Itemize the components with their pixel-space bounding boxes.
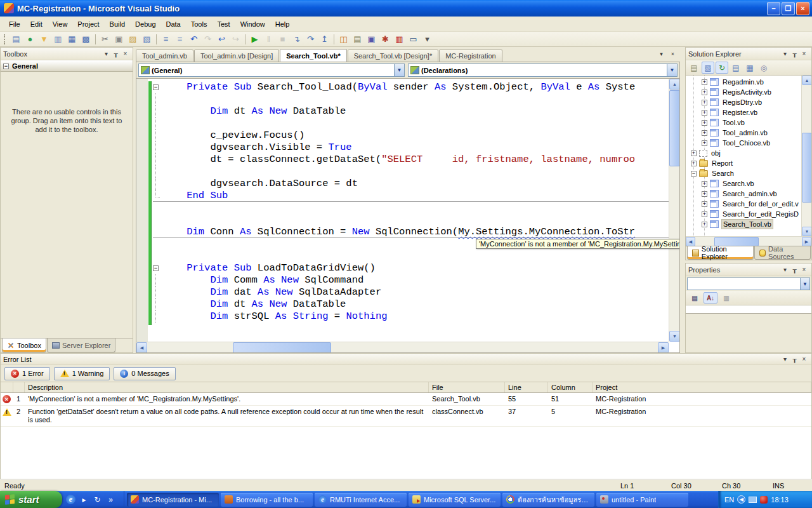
menu-help[interactable]: Help — [270, 18, 295, 30]
code-line[interactable]: Dim Comm As New SqlCommand — [153, 274, 669, 286]
properties-icon[interactable]: ▤ — [688, 62, 700, 74]
network-icon[interactable] — [749, 497, 757, 503]
properties-window-icon[interactable]: ▤ — [351, 33, 364, 46]
pin-icon[interactable]: ┰ — [790, 355, 799, 364]
tree-item-search-for-edit-regisd[interactable]: +Search_for_edit_RegisD — [686, 209, 801, 219]
save-icon[interactable]: ▦ — [65, 33, 79, 46]
view-designer-icon[interactable]: ▦ — [743, 62, 756, 74]
members-dropdown[interactable]: (Declarations) ▼ — [408, 64, 678, 77]
new-website-icon[interactable]: ● — [23, 33, 37, 46]
menu-test[interactable]: Test — [212, 18, 235, 30]
scroll-up-icon[interactable]: ▲ — [669, 79, 680, 90]
expander-icon[interactable]: − — [691, 171, 697, 177]
copy-icon[interactable]: ▣ — [112, 33, 126, 46]
column-header-File[interactable]: File — [429, 382, 505, 392]
tree-vertical-scrollbar[interactable]: ▲ ▼ — [801, 76, 811, 236]
navigate-forward-icon[interactable]: ↪ — [229, 33, 242, 46]
code-line[interactable]: dt = classConnect.getDataSet("SELECT id,… — [153, 154, 669, 166]
show-all-files-icon[interactable]: ▧ — [702, 62, 714, 74]
find-icon[interactable]: ▧ — [140, 33, 154, 46]
collapse-icon[interactable]: − — [3, 64, 9, 69]
expander-icon[interactable]: + — [702, 191, 707, 197]
tab-tool-admin-vb[interactable]: Tool_admin.vb — [136, 50, 193, 62]
code-line[interactable]: dgvsearch.DataSource = dt — [153, 178, 669, 190]
taskbar-button-sql[interactable]: Microsoft SQL Server... — [409, 493, 501, 507]
expander-icon[interactable]: + — [702, 79, 707, 85]
minimize-button[interactable]: – — [767, 2, 780, 15]
menu-file[interactable]: File — [4, 18, 25, 30]
close-icon[interactable]: × — [121, 50, 130, 58]
properties-grid[interactable] — [686, 305, 811, 313]
close-icon[interactable]: × — [799, 50, 809, 58]
pin-icon[interactable]: ┰ — [790, 265, 799, 274]
editor-vertical-scrollbar[interactable]: ▲ ▼ — [669, 79, 679, 342]
column-header-icon[interactable] — [13, 382, 25, 392]
toolbar-grip[interactable] — [4, 34, 6, 44]
internet-explorer-icon[interactable]: e — [66, 495, 75, 504]
step-into-icon[interactable]: ↴ — [290, 33, 303, 46]
refresh-icon[interactable]: ↻ — [716, 62, 728, 74]
expander-icon[interactable]: + — [691, 150, 697, 156]
antivirus-icon[interactable] — [760, 496, 768, 504]
column-header-Description[interactable]: Description — [25, 382, 429, 392]
tree-item-tool-admin-vb[interactable]: +Tool_admin.vb — [686, 128, 801, 138]
pin-icon[interactable]: ┰ — [111, 50, 121, 58]
code-editor[interactable]: − Private Sub Search_Tool_Load(ByVal sen… — [136, 79, 680, 353]
tree-horizontal-scrollbar[interactable]: ◀ ▶ — [686, 236, 811, 246]
close-icon[interactable]: × — [799, 355, 809, 364]
quick-launch-overflow-icon[interactable]: » — [106, 495, 115, 504]
code-line[interactable]: c_peview.Focus() — [153, 130, 669, 142]
column-header-Line[interactable]: Line — [505, 382, 548, 392]
scroll-left-icon[interactable]: ◀ — [136, 342, 147, 353]
error-row[interactable]: 2Function 'getDataSet' doesn't return a … — [1, 406, 811, 427]
expander-icon[interactable]: + — [702, 211, 707, 217]
scroll-left-icon[interactable]: ◀ — [686, 237, 695, 246]
expander-icon[interactable]: + — [702, 120, 707, 126]
tree-item-search-tool-vb[interactable]: +Search_Tool.vb — [686, 219, 801, 229]
window-position-icon[interactable]: ▾ — [780, 50, 790, 58]
tab-mc-registration[interactable]: MC-Registration — [439, 50, 502, 62]
expander-icon[interactable]: + — [702, 201, 707, 207]
tree-item-search[interactable]: −Search — [686, 168, 801, 178]
taskbar-button-chrome[interactable]: ต้องการค้นหาข้อมูลระ... — [502, 493, 594, 507]
tree-item-report[interactable]: +Report — [686, 158, 801, 168]
scrollbar-thumb[interactable] — [669, 90, 680, 166]
new-project-icon[interactable]: ▤ — [10, 33, 23, 46]
add-item-icon[interactable]: ▥ — [51, 33, 65, 46]
solution-tree[interactable]: +Regadmin.vb+RegisActivity.vb+RegisDtry.… — [686, 76, 811, 236]
view-code-icon[interactable]: ▤ — [730, 62, 742, 74]
code-line[interactable] — [153, 250, 669, 262]
start-button[interactable]: start — [0, 491, 62, 508]
taskbar-button-ie[interactable]: eRMUTi Internet Acce... — [315, 493, 407, 507]
save-all-icon[interactable]: ▩ — [79, 33, 93, 46]
toolbox-group-general[interactable]: − General — [1, 60, 133, 72]
tree-item-search-for-del-or-edit-v[interactable]: +Search_for del_or_edit.v — [686, 199, 801, 209]
chevron-down-icon[interactable]: ▼ — [394, 64, 404, 76]
chevron-down-icon[interactable]: ▼ — [800, 278, 809, 290]
filter-error-button[interactable]: ×1 Error — [4, 367, 50, 380]
open-file-icon[interactable]: ▼ — [37, 33, 51, 46]
cut-icon[interactable]: ✂ — [98, 33, 112, 46]
code-line[interactable]: Dim Conn As SqlConnection = New SqlConne… — [153, 226, 669, 238]
tree-item-register-vb[interactable]: +Register.vb — [686, 107, 801, 117]
code-line[interactable] — [153, 214, 669, 226]
step-out-icon[interactable]: ↥ — [318, 33, 331, 46]
code-line[interactable]: Dim dt As New DataTable — [153, 105, 669, 117]
tab-tool-admin-vb-design-[interactable]: Tool_admin.vb [Design] — [194, 50, 279, 62]
stop-icon[interactable]: ■ — [276, 33, 289, 46]
scrollbar-thumb[interactable] — [802, 133, 811, 203]
toolbox-icon[interactable]: ✱ — [379, 33, 392, 46]
pin-icon[interactable]: ┰ — [790, 50, 799, 58]
menu-debug[interactable]: Debug — [130, 18, 160, 30]
error-row[interactable]: ×1'MyConnection' is not a member of 'MC_… — [1, 393, 811, 406]
code-line[interactable]: Dim strSQL As String = Nothing — [153, 311, 669, 323]
code-line[interactable] — [153, 166, 669, 178]
pause-icon[interactable]: ‖ — [262, 33, 275, 46]
code-line[interactable] — [153, 202, 669, 214]
chevron-down-icon[interactable]: ▼ — [667, 64, 677, 76]
code-line[interactable]: Dim dat As New SqlDataAdapter — [153, 286, 669, 298]
error-list-icon[interactable]: ▥ — [393, 33, 406, 46]
tab-data-sources[interactable]: Data Sources — [754, 246, 811, 260]
tab-toolbox[interactable]: Toolbox — [2, 338, 46, 352]
tree-item-regadmin-vb[interactable]: +Regadmin.vb — [686, 77, 801, 87]
